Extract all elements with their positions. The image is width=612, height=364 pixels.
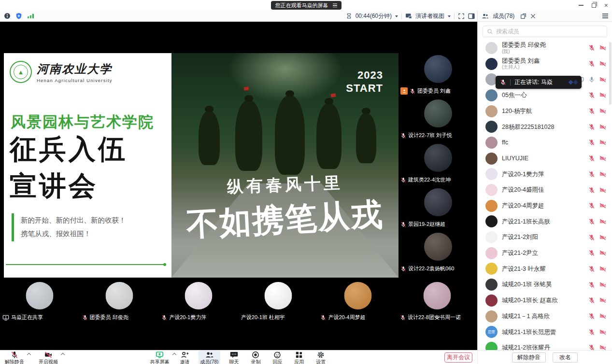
- members-icon: [205, 351, 213, 359]
- camera-off-icon: [599, 108, 606, 114]
- member-row[interactable]: 产设20-4盛雨佳: [478, 182, 612, 198]
- side-panel-icon[interactable]: [468, 13, 475, 19]
- video-tile[interactable]: 产设20-4周梦超: [318, 279, 398, 323]
- member-row[interactable]: 城规21-2班张耀丹: [478, 340, 612, 350]
- video-tile[interactable]: 设计22-8团支书周一诺: [398, 279, 477, 323]
- view-dropdown-icon[interactable]: [448, 15, 451, 17]
- member-avatar: [485, 137, 498, 149]
- member-name: ffc: [502, 139, 508, 146]
- video-tile[interactable]: 团委委员 刘鑫: [399, 52, 477, 96]
- member-status-icons: [588, 297, 606, 304]
- member-row[interactable]: 产设21-3 叶永耀: [478, 261, 612, 277]
- member-name: 产设21-3 叶永耀: [502, 266, 546, 272]
- member-list-scrollbar[interactable]: [609, 42, 612, 105]
- share-screen-button[interactable]: 共享屏幕: [148, 350, 171, 364]
- banner-menu-icon[interactable]: [333, 3, 337, 7]
- mic-muted-icon: [588, 344, 595, 350]
- member-status-icons: [588, 108, 606, 114]
- member-avatar: [485, 121, 498, 133]
- restore-button[interactable]: [592, 3, 596, 8]
- recruitment-poster: ▲ 河南农业大学 Henan Agricultural University 风…: [4, 53, 171, 278]
- participant-avatar: [344, 282, 371, 309]
- member-name: 120-杨宇航: [502, 108, 532, 114]
- video-tile[interactable]: 设计22-7班 刘子悦: [399, 96, 477, 140]
- university-name-cn: 河南农业大学: [37, 61, 113, 77]
- minimize-button[interactable]: [579, 5, 584, 6]
- participant-name: 产设20-1樊力萍: [169, 314, 206, 321]
- panel-rename-button[interactable]: 改名: [553, 352, 578, 363]
- mic-muted-icon: [400, 222, 406, 227]
- record-button[interactable]: 录制: [247, 350, 264, 364]
- member-row[interactable]: 城规20-1班 张铭昊: [478, 277, 612, 293]
- popout-panel-icon[interactable]: [520, 13, 527, 19]
- member-row[interactable]: LIUYUJIE: [478, 151, 612, 167]
- video-tile[interactable]: 产设20-1班 杜相宇: [239, 279, 318, 323]
- video-tile[interactable]: 景园19-2赵继超: [399, 185, 477, 229]
- network-signal-icon[interactable]: [27, 13, 34, 19]
- member-avatar: 思蕾: [485, 326, 498, 338]
- member-avatar: [485, 215, 498, 227]
- mic-muted-icon: [588, 187, 595, 194]
- security-shield-icon[interactable]: [15, 13, 22, 19]
- members-button[interactable]: 成员(78): [199, 350, 221, 364]
- poster-divider-line: [6, 264, 165, 265]
- member-name: 产设20-4盛雨佳: [502, 186, 544, 193]
- member-avatar: [485, 294, 498, 307]
- members-label: 成员(78): [200, 359, 219, 364]
- member-row[interactable]: 产设21-1班长高朕: [478, 214, 612, 230]
- video-tile-label: 建筑类22-4沈世坤: [400, 176, 451, 183]
- member-row[interactable]: 城规21－1 高格欣: [478, 308, 612, 324]
- invite-label: 邀请: [180, 359, 190, 364]
- camera-off-icon: [599, 329, 606, 336]
- member-row[interactable]: 120-杨宇航: [478, 103, 612, 119]
- camera-off-icon: [599, 234, 606, 241]
- watching-banner[interactable]: 您正在观看马焱的屏幕: [271, 1, 342, 10]
- members-icon: [482, 13, 489, 19]
- chat-button[interactable]: 聊天: [226, 350, 242, 364]
- member-row[interactable]: 产设21-2刘阳: [478, 229, 612, 245]
- invite-button[interactable]: 邀请: [177, 350, 193, 364]
- panel-menu-icon[interactable]: [602, 14, 608, 18]
- control-bar: 解除静音 开启视频 共享屏幕 邀请 成员(78): [0, 350, 477, 364]
- view-mode-label[interactable]: 演讲者视图: [415, 12, 444, 20]
- close-panel-icon[interactable]: [530, 14, 536, 19]
- close-button[interactable]: ×: [604, 2, 608, 9]
- member-row[interactable]: 05焦一心: [478, 87, 612, 103]
- video-tile[interactable]: 马焱正在共享: [0, 279, 80, 323]
- participant-avatar: [424, 233, 452, 261]
- reactions-label: 回应: [272, 359, 282, 364]
- member-row[interactable]: 城规20-1班长 赵嘉欣: [478, 293, 612, 308]
- video-tile[interactable]: 设计22-2袁扬帆060: [399, 229, 477, 274]
- camera-off-icon: [599, 171, 606, 178]
- meeting-info-icon[interactable]: [4, 13, 11, 19]
- member-row[interactable]: 团委委员 刘鑫 (主持人): [478, 56, 612, 72]
- video-tile-label: 设计22-2袁扬帆060: [400, 265, 454, 272]
- filmstrip-collapse-chevron[interactable]: [434, 316, 441, 320]
- member-status-icons: [588, 281, 606, 288]
- video-tile[interactable]: 产设20-1樊力萍: [159, 279, 239, 323]
- member-row[interactable]: 产设20-4周梦超: [478, 198, 612, 214]
- speaking-toast: 正在讲话: 马焱: [496, 76, 582, 89]
- fullscreen-icon[interactable]: [458, 13, 465, 19]
- member-row[interactable]: 产设20-1樊力萍: [478, 167, 612, 182]
- reactions-button[interactable]: 回应: [269, 350, 285, 364]
- window-controls: ×: [579, 0, 608, 11]
- member-row[interactable]: 产设21-2尹立: [478, 245, 612, 261]
- member-row[interactable]: 28杨群2225181028: [478, 119, 612, 135]
- leave-meeting-button[interactable]: 离开会议: [444, 352, 472, 363]
- video-tile[interactable]: 建筑类22-4沈世坤: [399, 140, 477, 185]
- member-status-icons: [577, 76, 606, 83]
- search-input[interactable]: [496, 28, 603, 35]
- member-row[interactable]: ffc: [478, 135, 612, 151]
- share-options-chevron[interactable]: [172, 353, 176, 357]
- mic-muted-icon: [588, 329, 595, 336]
- member-name: 28杨群2225181028: [502, 124, 554, 130]
- camera-off-icon: [599, 218, 606, 225]
- panel-unmute-button[interactable]: 解除静音: [512, 352, 546, 363]
- settings-button[interactable]: 设置: [313, 350, 329, 364]
- timer-dropdown-icon[interactable]: [395, 15, 398, 17]
- video-tile[interactable]: 团委委员 邱俊尧: [80, 279, 159, 323]
- member-row[interactable]: 团委委员 邱俊尧 (我): [478, 40, 612, 56]
- member-row[interactable]: 思蕾 城规21-1班长范思蕾: [478, 324, 612, 340]
- apps-button[interactable]: 应用: [291, 350, 307, 364]
